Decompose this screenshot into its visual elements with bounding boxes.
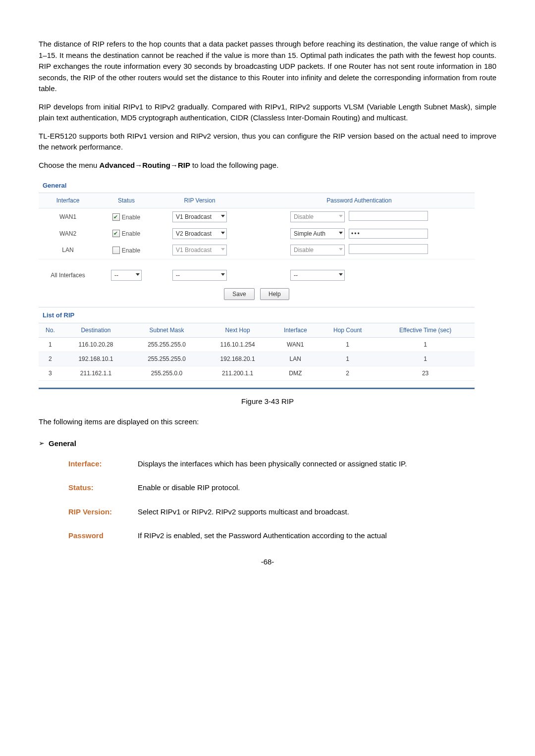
col-rip-version: RIP Version xyxy=(156,193,244,208)
col-next-hop: Next Hop xyxy=(204,323,271,338)
auth-password-input[interactable] xyxy=(349,211,428,221)
auth-mode-select[interactable]: Disable xyxy=(290,245,345,255)
col-subnet-mask: Subnet Mask xyxy=(130,323,204,338)
enable-label: Enable xyxy=(122,230,140,237)
col-no: No. xyxy=(39,323,62,338)
rip-version-select[interactable]: V1 Broadcast xyxy=(172,245,227,255)
def-row-rip-version: RIP Version: Select RIPv1 or RIPv2. RIPv… xyxy=(68,506,496,518)
auth-mode-select[interactable]: Simple Auth xyxy=(290,228,345,239)
enable-checkbox[interactable] xyxy=(112,213,120,221)
menu-path-suffix: to load the following page. xyxy=(190,161,278,169)
col-effective-time: Effective Time (sec) xyxy=(376,323,475,338)
paragraph-tl-er5120: TL-ER5120 supports both RIPv1 version an… xyxy=(39,131,496,153)
help-button[interactable]: Help xyxy=(260,288,289,300)
paragraph-rip-versions: RIP develops from initial RIPv1 to RIPv2… xyxy=(39,101,496,124)
all-auth-select[interactable]: -- xyxy=(290,270,345,281)
button-row: Save Help xyxy=(39,283,475,307)
section-title-list: List of RIP xyxy=(39,307,475,322)
rip-version-select[interactable]: V2 Broadcast xyxy=(172,228,227,239)
def-term: RIP Version: xyxy=(68,506,138,518)
general-row-wan1: WAN1 Enable V1 Broadcast Disable xyxy=(39,208,475,226)
chevron-down-icon xyxy=(221,215,225,217)
menu-path-bold: Advanced→Routing→RIP xyxy=(100,161,190,169)
iface-label: LAN xyxy=(39,242,97,259)
def-row-password: Password If RIPv2 is enabled, set the Pa… xyxy=(68,530,496,542)
triangle-bullet-icon: ➢ xyxy=(39,438,45,449)
rip-list-table: No. Destination Subnet Mask Next Hop Int… xyxy=(39,323,475,381)
general-header-row: Interface Status RIP Version Password Au… xyxy=(39,193,475,208)
rip-config-panel: General Interface Status RIP Version Pas… xyxy=(39,178,475,389)
general-bullet: ➢General xyxy=(39,438,496,450)
col-destination: Destination xyxy=(62,323,130,338)
general-heading: General xyxy=(49,439,76,448)
def-term: Status: xyxy=(68,482,138,494)
paragraph-menu-path: Choose the menu Advanced→Routing→RIP to … xyxy=(39,160,496,171)
figure-caption: Figure 3-43 RIP xyxy=(39,396,496,407)
enable-checkbox[interactable] xyxy=(112,247,120,254)
auth-password-input[interactable]: ••• xyxy=(349,229,428,239)
all-rip-version-select[interactable]: -- xyxy=(172,270,227,281)
chevron-down-icon xyxy=(221,273,225,276)
def-desc: Displays the interfaces which has been p… xyxy=(138,458,496,470)
table-row: 1 116.10.20.28 255.255.255.0 116.10.1.25… xyxy=(39,338,475,352)
general-row-lan: LAN Enable V1 Broadcast Disable xyxy=(39,242,475,259)
general-table: Interface Status RIP Version Password Au… xyxy=(39,193,475,283)
table-row: 2 192.168.10.1 255.255.255.0 192.168.20.… xyxy=(39,352,475,366)
def-term: Interface: xyxy=(68,458,138,470)
chevron-down-icon xyxy=(221,232,225,234)
menu-path-prefix: Choose the menu xyxy=(39,161,100,169)
following-items-text: The following items are displayed on thi… xyxy=(39,416,496,428)
def-row-interface: Interface: Displays the interfaces which… xyxy=(68,458,496,470)
definitions-list: Interface: Displays the interfaces which… xyxy=(68,458,496,542)
page-number: -68- xyxy=(39,556,496,568)
general-row-all-interfaces: All Interfaces -- -- -- xyxy=(39,267,475,283)
enable-checkbox[interactable] xyxy=(112,230,120,237)
def-desc: Enable or disable RIP protocol. xyxy=(138,482,496,494)
save-button[interactable]: Save xyxy=(224,288,254,300)
chevron-down-icon xyxy=(339,248,343,251)
iface-label: WAN1 xyxy=(39,208,97,226)
enable-label: Enable xyxy=(122,213,140,220)
def-desc: If RIPv2 is enabled, set the Password Au… xyxy=(138,530,496,542)
col-password-auth: Password Authentication xyxy=(244,193,475,208)
list-header-row: No. Destination Subnet Mask Next Hop Int… xyxy=(39,323,475,338)
auth-password-input[interactable] xyxy=(349,244,428,254)
chevron-down-icon xyxy=(339,232,343,234)
all-status-select[interactable]: -- xyxy=(111,270,142,281)
def-row-status: Status: Enable or disable RIP protocol. xyxy=(68,482,496,494)
col-hop-count: Hop Count xyxy=(319,323,376,338)
paragraph-rip-distance: The distance of RIP refers to the hop co… xyxy=(39,39,496,95)
rip-version-select[interactable]: V1 Broadcast xyxy=(172,211,227,222)
section-title-general: General xyxy=(39,178,475,193)
iface-label: WAN2 xyxy=(39,226,97,242)
general-row-wan2: WAN2 Enable V2 Broadcast Simple Auth ••• xyxy=(39,226,475,242)
chevron-down-icon xyxy=(221,248,225,251)
table-row: 3 211.162.1.1 255.255.0.0 211.200.1.1 DM… xyxy=(39,366,475,381)
def-desc: Select RIPv1 or RIPv2. RIPv2 supports mu… xyxy=(138,506,496,518)
chevron-down-icon xyxy=(339,215,343,217)
col-interface: Interface xyxy=(39,193,97,208)
col-status: Status xyxy=(97,193,156,208)
auth-mode-select[interactable]: Disable xyxy=(290,211,345,222)
all-interfaces-label: All Interfaces xyxy=(39,267,97,283)
chevron-down-icon xyxy=(136,273,140,276)
enable-label: Enable xyxy=(122,247,140,253)
chevron-down-icon xyxy=(339,273,343,276)
col-interface: Interface xyxy=(271,323,319,338)
def-term: Password xyxy=(68,530,138,542)
